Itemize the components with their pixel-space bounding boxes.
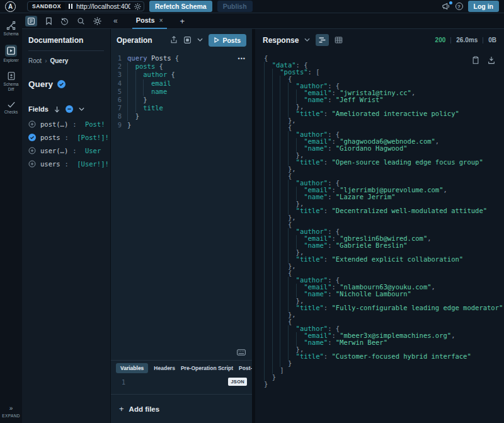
indent-guide [272, 339, 280, 346]
indent-guide [264, 291, 272, 298]
indent-guide [280, 277, 288, 284]
endpoint-url-input[interactable]: http://localhost:4000/ [76, 3, 130, 10]
indent-guide [280, 228, 288, 235]
field-colon: : [65, 160, 73, 168]
indent-guide [272, 228, 280, 235]
sort-descending-icon[interactable] [54, 106, 60, 113]
search-icon[interactable] [77, 17, 85, 25]
indent-guide [280, 194, 288, 200]
indent-guide [288, 249, 296, 256]
field-type: [User!]! [77, 160, 109, 168]
keyboard-shortcuts-icon[interactable] [237, 349, 246, 356]
breadcrumb-root[interactable]: Root [28, 57, 42, 64]
history-icon[interactable] [60, 17, 69, 25]
indent-guide [272, 221, 280, 228]
indent-guide [280, 117, 288, 124]
indent-guide [272, 235, 280, 242]
schema-icon [6, 21, 16, 30]
indent-guide [264, 166, 272, 173]
add-files-button[interactable]: + Add files [111, 394, 252, 423]
filter-selected-minus-icon[interactable] [66, 105, 73, 113]
response-duration: 26.0ms [456, 37, 478, 43]
save-operation-icon[interactable] [183, 36, 192, 44]
variables-editor[interactable]: 1 JSON [111, 375, 252, 394]
share-operation-icon[interactable] [170, 36, 178, 44]
indent-guide [288, 83, 296, 90]
operation-tab-headers[interactable]: Headers [154, 365, 175, 371]
indent-guide [280, 291, 288, 298]
field-selected-check-icon[interactable] [28, 134, 36, 141]
connection-settings-gear-icon[interactable] [134, 3, 141, 10]
pause-icon[interactable] [69, 4, 72, 9]
field-type: Post! [85, 120, 105, 128]
response-panel: Response 200 26.0ms 0B [255, 29, 504, 423]
indent-guide [280, 214, 288, 221]
operation-tab-pre-operation-script[interactable]: Pre-Operation Script [181, 365, 233, 371]
add-field-plus-icon[interactable] [28, 160, 36, 168]
query-line: 9} [111, 121, 252, 129]
response-dropdown-chevron-icon[interactable] [304, 38, 310, 42]
chevron-down-icon[interactable] [79, 107, 84, 112]
indent-guide [264, 235, 272, 242]
indent-guide [264, 353, 272, 360]
operations-panel-icon[interactable] [25, 16, 37, 26]
indent-guide [288, 332, 296, 339]
type-selected-check-icon [57, 80, 66, 88]
download-response-icon[interactable] [488, 56, 495, 64]
indent-guide [280, 138, 288, 145]
response-line: "title": "Ameliorated interactive policy… [264, 110, 504, 117]
add-field-plus-icon[interactable] [28, 147, 36, 154]
sidebar-item-checks[interactable]: Checks [1, 101, 22, 115]
endpoint-url-box[interactable]: SANDBOX http://localhost:4000/ [27, 1, 144, 11]
field-row-users[interactable]: users: [User!]! [28, 160, 104, 168]
query-editor[interactable]: 1query Posts {2posts {3author {4email5na… [111, 51, 252, 360]
indent-guide [272, 270, 280, 277]
indent-guide [272, 256, 280, 263]
login-button[interactable]: Log in [468, 1, 500, 12]
indent-guide [272, 103, 280, 110]
collapse-panel-icon[interactable]: « [113, 16, 118, 25]
indent-guide [272, 187, 280, 194]
run-operation-button[interactable]: Posts [209, 34, 246, 47]
indent-guide [143, 79, 151, 88]
sidebar-item-explorer[interactable]: Explorer [1, 45, 22, 63]
indent-guide [272, 242, 280, 249]
field-row-posts[interactable]: posts: [Post!]! [28, 134, 104, 141]
field-row-user[interactable]: user(…): User [28, 147, 104, 154]
indent-guide [288, 284, 296, 291]
play-icon [214, 37, 219, 43]
help-icon[interactable]: ? [455, 3, 463, 10]
editor-menu-ellipsis-icon[interactable]: ••• [238, 55, 246, 63]
field-row-post[interactable]: post(…): Post! [28, 120, 104, 128]
topbar: A SANDBOX http://localhost:4000/ Refetch… [0, 0, 504, 13]
operation-tab-post-operation-script[interactable]: Post-Operation Script [239, 365, 252, 371]
response-line: }, [264, 311, 504, 318]
add-field-plus-icon[interactable] [28, 120, 36, 128]
indent-guide [264, 298, 272, 304]
explorer-settings-gear-icon[interactable] [93, 17, 101, 25]
copy-response-icon[interactable] [472, 56, 479, 64]
new-tab-button[interactable]: + [180, 16, 185, 26]
indent-guide [264, 152, 272, 159]
indent-guide [264, 69, 272, 76]
indent-guide [272, 124, 280, 131]
response-body[interactable]: {"data": {"posts": [{"author": {"email":… [255, 51, 504, 423]
table-view-icon[interactable] [335, 36, 343, 44]
operation-tab-variables[interactable]: Variables [116, 363, 148, 373]
json-mode-badge: JSON [228, 378, 247, 386]
response-line: } [264, 381, 504, 388]
saved-operations-bookmark-icon[interactable] [45, 17, 52, 25]
line-number: 3 [111, 71, 127, 79]
announcements-megaphone-icon[interactable] [442, 3, 450, 10]
refetch-schema-button[interactable]: Refetch Schema [149, 1, 212, 12]
formatted-view-icon[interactable] [316, 34, 329, 46]
publish-button[interactable]: Publish [217, 1, 253, 12]
close-tab-icon[interactable]: × [159, 17, 163, 24]
tab-posts[interactable]: Posts × [132, 13, 167, 29]
expand-rail-button[interactable]: » EXPAND [2, 405, 20, 418]
indent-guide [264, 318, 272, 325]
sidebar-item-schema-diff[interactable]: Schema Diff [1, 71, 22, 92]
chevron-down-icon[interactable] [197, 38, 203, 42]
sidebar-item-schema[interactable]: Schema [1, 21, 22, 37]
breadcrumb-current: Query [50, 57, 68, 64]
